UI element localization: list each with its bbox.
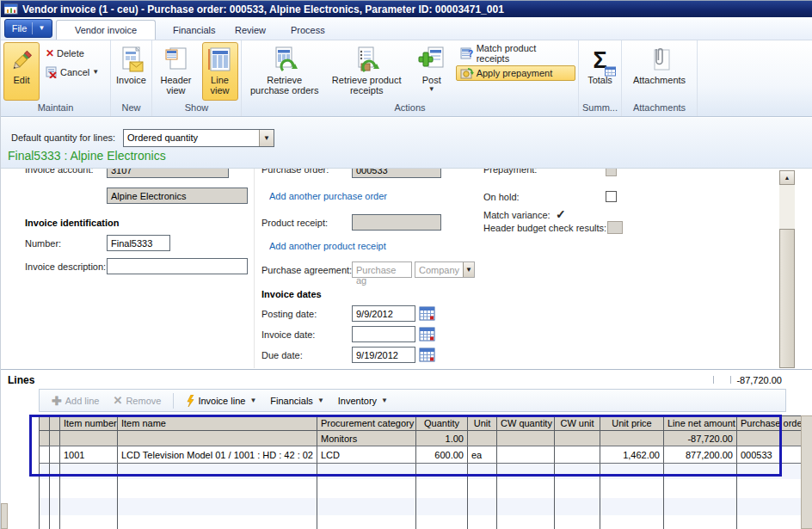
cell-cw-unit[interactable]: [555, 446, 600, 464]
default-quantity-combobox[interactable]: Ordered quantity ▼: [123, 129, 274, 147]
grid-row-item[interactable]: 1001 LCD Television Model 01 / 1001 : HD…: [40, 446, 802, 464]
group-label-maintain: Maintain: [1, 102, 110, 116]
default-quantity-chevron-down-icon[interactable]: ▼: [259, 130, 274, 146]
posting-date-calendar-icon[interactable]: [419, 305, 435, 322]
post-button[interactable]: Post ▼: [413, 42, 451, 101]
add-purchase-order-link[interactable]: Add another purchase order: [269, 191, 387, 201]
delete-button[interactable]: ✕ Delete: [41, 46, 103, 61]
horizontal-scrollbar-stub[interactable]: [1, 503, 8, 529]
grid-vertical-scrollbar[interactable]: [801, 415, 812, 529]
cell-purchase-order[interactable]: [737, 431, 802, 446]
cell-cw-quantity[interactable]: [497, 431, 555, 446]
group-label-attachments: Attachments: [622, 102, 697, 116]
cell-unit[interactable]: [468, 431, 497, 446]
cancel-button[interactable]: Cancel ▼: [41, 65, 103, 80]
group-label-new: New: [111, 102, 151, 116]
purchase-agreement-company-combobox[interactable]: Company ▼: [415, 261, 475, 278]
cell-cw-quantity[interactable]: [497, 446, 555, 464]
invoice-identification-heading: Invoice identification: [25, 218, 119, 228]
cell-unit-price[interactable]: 1,462.00: [600, 446, 664, 464]
attachments-button[interactable]: Attachments: [625, 42, 694, 101]
row-marker-header: [50, 416, 60, 431]
inventory-label: Inventory: [338, 396, 377, 406]
post-button-label: Post: [422, 75, 441, 85]
add-line-button[interactable]: ✚ Add line: [46, 394, 105, 408]
col-purchase-order[interactable]: Purchase orde: [737, 416, 802, 431]
due-date-label: Due date:: [261, 350, 303, 360]
header-view-icon: [163, 46, 189, 75]
due-date-calendar-icon[interactable]: [419, 347, 435, 363]
tab-process[interactable]: Process: [279, 20, 337, 40]
on-hold-checkbox[interactable]: [606, 191, 617, 202]
remove-line-button[interactable]: ✕ Remove: [108, 394, 167, 407]
add-product-receipt-link[interactable]: Add another product receipt: [269, 241, 386, 251]
cell-cw-unit[interactable]: [555, 431, 600, 446]
line-view-button[interactable]: Line view: [202, 42, 238, 101]
invoice-date-calendar-icon[interactable]: [419, 326, 435, 342]
posting-date-field[interactable]: 9/9/2012: [352, 305, 415, 322]
col-procurement-category[interactable]: Procurement category: [317, 416, 416, 431]
col-item-number[interactable]: Item number: [60, 416, 118, 431]
col-cw-unit[interactable]: CW unit: [555, 416, 600, 431]
totals-button[interactable]: Σ Totals: [581, 42, 618, 101]
match-variance-label: Match variance:: [483, 210, 551, 220]
cell-purchase-order[interactable]: 000533: [737, 446, 802, 464]
cell-item-number[interactable]: 1001: [60, 446, 118, 464]
col-unit-price[interactable]: Unit price: [600, 416, 664, 431]
col-item-name[interactable]: Item name: [118, 416, 317, 431]
retrieve-purchase-orders-button[interactable]: Retrieve purchase orders: [249, 42, 320, 101]
cell-line-net-amount[interactable]: -87,720.00: [664, 431, 737, 446]
cell-category[interactable]: LCD: [317, 446, 416, 464]
purchase-agreement-field[interactable]: Purchase ag: [352, 261, 412, 278]
cell-unit-price[interactable]: [600, 431, 664, 446]
cell-item-name[interactable]: LCD Television Model 01 / 1001 : HD : 42…: [118, 446, 317, 464]
match-product-receipts-button[interactable]: ? Match product receipts: [456, 46, 575, 61]
scroll-up-arrow-icon[interactable]: ▲: [779, 170, 795, 185]
cell-category[interactable]: Monitors: [317, 431, 416, 446]
purchase-order-field[interactable]: 000533: [352, 169, 441, 178]
invoice-line-menu-button[interactable]: Invoice line ▼: [181, 395, 261, 407]
number-field[interactable]: Final5333: [107, 235, 170, 251]
invoice-button-label: Invoice: [116, 75, 146, 85]
col-cw-quantity[interactable]: CW quantity: [497, 416, 555, 431]
financials-menu-button[interactable]: Financials ▼: [265, 396, 329, 406]
cell-line-net-amount[interactable]: 877,200.00: [664, 446, 737, 464]
tab-vendor-invoice[interactable]: Vendor invoice: [56, 20, 156, 40]
lines-total-amount: -87,720.00: [736, 375, 782, 385]
cell-quantity[interactable]: 1.00: [416, 431, 468, 446]
invoice-description-field[interactable]: [107, 258, 248, 274]
col-quantity[interactable]: Quantity: [416, 416, 468, 431]
apply-prepayment-label: Apply prepayment: [477, 68, 553, 78]
cell-quantity[interactable]: 600.00: [416, 446, 468, 464]
retrieve-product-receipts-button[interactable]: Retrieve product receipts: [325, 42, 407, 101]
grid-row-category[interactable]: Monitors 1.00 -87,720.00: [40, 431, 802, 446]
cell-item-name[interactable]: [118, 431, 317, 446]
edit-button[interactable]: Edit: [3, 42, 40, 101]
edit-button-label: Edit: [14, 75, 30, 85]
row-selector-header: [40, 416, 50, 431]
header-view-button[interactable]: Header view: [156, 42, 197, 101]
cancel-button-label: Cancel: [60, 67, 89, 77]
cell-item-number[interactable]: [60, 431, 118, 446]
invoice-account-field[interactable]: 3107: [107, 169, 229, 178]
lines-heading: Lines: [8, 374, 34, 386]
form-vertical-scrollbar[interactable]: ▲: [779, 170, 795, 368]
invoice-account-label: Invoice account:: [25, 169, 94, 175]
company-chevron-down-icon[interactable]: ▼: [463, 262, 474, 277]
invoice-account-name-field[interactable]: Alpine Electronics: [107, 188, 248, 204]
col-unit[interactable]: Unit: [468, 416, 497, 431]
invoice-button[interactable]: Invoice: [114, 42, 149, 101]
form-scrollbar-thumb[interactable]: [779, 229, 795, 368]
tab-financials[interactable]: Financials: [161, 20, 228, 40]
due-date-field[interactable]: 9/19/2012: [352, 347, 415, 363]
cancel-chevron-down-icon: ▼: [92, 69, 99, 76]
match-variance-checkmark-icon: ✓: [556, 207, 566, 221]
file-menu-button[interactable]: File ▼: [4, 19, 52, 38]
apply-prepayment-button[interactable]: Apply prepayment: [456, 65, 575, 81]
product-receipt-field[interactable]: [352, 214, 441, 231]
cell-unit[interactable]: ea: [468, 446, 497, 464]
col-line-net-amount[interactable]: Line net amount: [664, 416, 737, 431]
tab-review[interactable]: Review: [223, 20, 278, 40]
inventory-menu-button[interactable]: Inventory ▼: [333, 396, 393, 406]
invoice-date-field[interactable]: [352, 326, 415, 342]
